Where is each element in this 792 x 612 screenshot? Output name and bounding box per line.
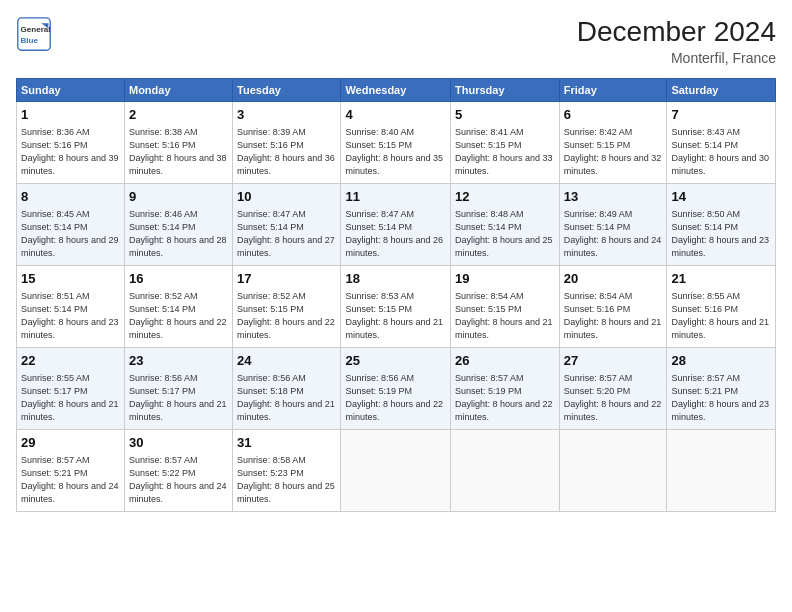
calendar-cell: 3Sunrise: 8:39 AMSunset: 5:16 PMDaylight… [233, 102, 341, 184]
day-number: 2 [129, 106, 228, 124]
calendar-cell: 26Sunrise: 8:57 AMSunset: 5:19 PMDayligh… [451, 348, 560, 430]
day-number: 5 [455, 106, 555, 124]
calendar-cell: 5Sunrise: 8:41 AMSunset: 5:15 PMDaylight… [451, 102, 560, 184]
day-header-saturday: Saturday [667, 79, 776, 102]
day-info: Sunrise: 8:48 AMSunset: 5:14 PMDaylight:… [455, 208, 555, 260]
logo-icon: General Blue [16, 16, 52, 52]
day-info: Sunrise: 8:57 AMSunset: 5:21 PMDaylight:… [21, 454, 120, 506]
day-number: 17 [237, 270, 336, 288]
day-info: Sunrise: 8:53 AMSunset: 5:15 PMDaylight:… [345, 290, 446, 342]
calendar-cell: 15Sunrise: 8:51 AMSunset: 5:14 PMDayligh… [17, 266, 125, 348]
page: General Blue December 2024 Monterfil, Fr… [0, 0, 792, 612]
day-info: Sunrise: 8:42 AMSunset: 5:15 PMDaylight:… [564, 126, 663, 178]
calendar-cell: 23Sunrise: 8:56 AMSunset: 5:17 PMDayligh… [124, 348, 232, 430]
day-info: Sunrise: 8:52 AMSunset: 5:14 PMDaylight:… [129, 290, 228, 342]
day-info: Sunrise: 8:38 AMSunset: 5:16 PMDaylight:… [129, 126, 228, 178]
day-info: Sunrise: 8:46 AMSunset: 5:14 PMDaylight:… [129, 208, 228, 260]
day-info: Sunrise: 8:36 AMSunset: 5:16 PMDaylight:… [21, 126, 120, 178]
day-number: 4 [345, 106, 446, 124]
day-info: Sunrise: 8:55 AMSunset: 5:16 PMDaylight:… [671, 290, 771, 342]
calendar-cell: 11Sunrise: 8:47 AMSunset: 5:14 PMDayligh… [341, 184, 451, 266]
calendar-cell: 25Sunrise: 8:56 AMSunset: 5:19 PMDayligh… [341, 348, 451, 430]
calendar-cell: 21Sunrise: 8:55 AMSunset: 5:16 PMDayligh… [667, 266, 776, 348]
day-info: Sunrise: 8:50 AMSunset: 5:14 PMDaylight:… [671, 208, 771, 260]
day-number: 7 [671, 106, 771, 124]
calendar-cell: 2Sunrise: 8:38 AMSunset: 5:16 PMDaylight… [124, 102, 232, 184]
calendar-cell: 28Sunrise: 8:57 AMSunset: 5:21 PMDayligh… [667, 348, 776, 430]
day-number: 14 [671, 188, 771, 206]
day-info: Sunrise: 8:40 AMSunset: 5:15 PMDaylight:… [345, 126, 446, 178]
day-number: 23 [129, 352, 228, 370]
day-number: 29 [21, 434, 120, 452]
day-number: 19 [455, 270, 555, 288]
day-number: 12 [455, 188, 555, 206]
calendar-cell: 7Sunrise: 8:43 AMSunset: 5:14 PMDaylight… [667, 102, 776, 184]
calendar-cell: 30Sunrise: 8:57 AMSunset: 5:22 PMDayligh… [124, 430, 232, 512]
calendar-cell: 24Sunrise: 8:56 AMSunset: 5:18 PMDayligh… [233, 348, 341, 430]
day-number: 6 [564, 106, 663, 124]
calendar-cell: 31Sunrise: 8:58 AMSunset: 5:23 PMDayligh… [233, 430, 341, 512]
day-number: 13 [564, 188, 663, 206]
day-header-wednesday: Wednesday [341, 79, 451, 102]
calendar-cell: 27Sunrise: 8:57 AMSunset: 5:20 PMDayligh… [559, 348, 667, 430]
day-info: Sunrise: 8:43 AMSunset: 5:14 PMDaylight:… [671, 126, 771, 178]
calendar-cell: 20Sunrise: 8:54 AMSunset: 5:16 PMDayligh… [559, 266, 667, 348]
day-number: 3 [237, 106, 336, 124]
day-number: 27 [564, 352, 663, 370]
day-number: 28 [671, 352, 771, 370]
day-number: 11 [345, 188, 446, 206]
day-number: 24 [237, 352, 336, 370]
day-info: Sunrise: 8:57 AMSunset: 5:22 PMDaylight:… [129, 454, 228, 506]
calendar-cell: 1Sunrise: 8:36 AMSunset: 5:16 PMDaylight… [17, 102, 125, 184]
calendar-cell: 4Sunrise: 8:40 AMSunset: 5:15 PMDaylight… [341, 102, 451, 184]
day-info: Sunrise: 8:41 AMSunset: 5:15 PMDaylight:… [455, 126, 555, 178]
location-title: Monterfil, France [577, 50, 776, 66]
day-info: Sunrise: 8:58 AMSunset: 5:23 PMDaylight:… [237, 454, 336, 506]
calendar-cell: 18Sunrise: 8:53 AMSunset: 5:15 PMDayligh… [341, 266, 451, 348]
day-number: 26 [455, 352, 555, 370]
day-number: 9 [129, 188, 228, 206]
calendar-cell: 8Sunrise: 8:45 AMSunset: 5:14 PMDaylight… [17, 184, 125, 266]
day-info: Sunrise: 8:55 AMSunset: 5:17 PMDaylight:… [21, 372, 120, 424]
calendar-cell: 6Sunrise: 8:42 AMSunset: 5:15 PMDaylight… [559, 102, 667, 184]
day-number: 18 [345, 270, 446, 288]
calendar-cell [341, 430, 451, 512]
day-info: Sunrise: 8:45 AMSunset: 5:14 PMDaylight:… [21, 208, 120, 260]
day-info: Sunrise: 8:57 AMSunset: 5:19 PMDaylight:… [455, 372, 555, 424]
day-info: Sunrise: 8:49 AMSunset: 5:14 PMDaylight:… [564, 208, 663, 260]
calendar-cell: 13Sunrise: 8:49 AMSunset: 5:14 PMDayligh… [559, 184, 667, 266]
calendar-cell: 14Sunrise: 8:50 AMSunset: 5:14 PMDayligh… [667, 184, 776, 266]
day-number: 25 [345, 352, 446, 370]
day-info: Sunrise: 8:47 AMSunset: 5:14 PMDaylight:… [237, 208, 336, 260]
day-number: 8 [21, 188, 120, 206]
day-number: 15 [21, 270, 120, 288]
day-header-sunday: Sunday [17, 79, 125, 102]
day-info: Sunrise: 8:51 AMSunset: 5:14 PMDaylight:… [21, 290, 120, 342]
header: General Blue December 2024 Monterfil, Fr… [16, 16, 776, 66]
day-number: 22 [21, 352, 120, 370]
day-header-tuesday: Tuesday [233, 79, 341, 102]
day-info: Sunrise: 8:54 AMSunset: 5:15 PMDaylight:… [455, 290, 555, 342]
day-number: 16 [129, 270, 228, 288]
calendar-cell [559, 430, 667, 512]
day-info: Sunrise: 8:56 AMSunset: 5:19 PMDaylight:… [345, 372, 446, 424]
day-info: Sunrise: 8:39 AMSunset: 5:16 PMDaylight:… [237, 126, 336, 178]
calendar-cell: 17Sunrise: 8:52 AMSunset: 5:15 PMDayligh… [233, 266, 341, 348]
day-info: Sunrise: 8:47 AMSunset: 5:14 PMDaylight:… [345, 208, 446, 260]
calendar-cell: 19Sunrise: 8:54 AMSunset: 5:15 PMDayligh… [451, 266, 560, 348]
calendar-cell [667, 430, 776, 512]
day-number: 20 [564, 270, 663, 288]
day-info: Sunrise: 8:56 AMSunset: 5:18 PMDaylight:… [237, 372, 336, 424]
day-info: Sunrise: 8:57 AMSunset: 5:20 PMDaylight:… [564, 372, 663, 424]
day-header-thursday: Thursday [451, 79, 560, 102]
month-title: December 2024 [577, 16, 776, 48]
day-info: Sunrise: 8:52 AMSunset: 5:15 PMDaylight:… [237, 290, 336, 342]
calendar-cell: 29Sunrise: 8:57 AMSunset: 5:21 PMDayligh… [17, 430, 125, 512]
day-info: Sunrise: 8:54 AMSunset: 5:16 PMDaylight:… [564, 290, 663, 342]
calendar-cell [451, 430, 560, 512]
calendar-cell: 16Sunrise: 8:52 AMSunset: 5:14 PMDayligh… [124, 266, 232, 348]
day-number: 21 [671, 270, 771, 288]
calendar-cell: 10Sunrise: 8:47 AMSunset: 5:14 PMDayligh… [233, 184, 341, 266]
calendar-cell: 12Sunrise: 8:48 AMSunset: 5:14 PMDayligh… [451, 184, 560, 266]
calendar-table: SundayMondayTuesdayWednesdayThursdayFrid… [16, 78, 776, 512]
